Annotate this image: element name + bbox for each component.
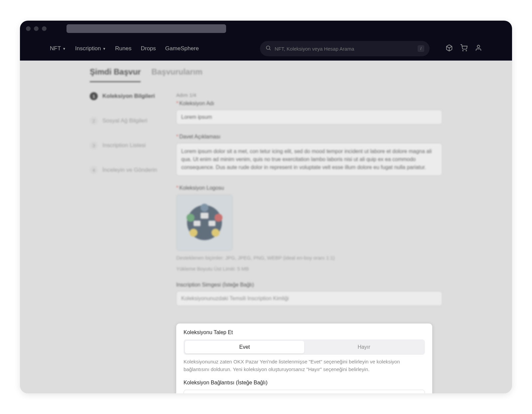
- window-titlebar: [20, 21, 512, 37]
- svg-point-10: [190, 229, 198, 237]
- window-dot: [42, 26, 47, 31]
- collection-logo-label: Koleksiyon Logosu: [179, 185, 224, 191]
- search-kbd-hint: /: [418, 45, 424, 52]
- page-tabs: Şimdi Başvur Başvurularım: [90, 64, 442, 82]
- svg-point-4: [466, 50, 466, 51]
- svg-point-11: [187, 214, 195, 222]
- cube-icon[interactable]: [446, 44, 453, 53]
- search-bar[interactable]: /: [260, 41, 430, 56]
- logo-help-formats: Desteklenen biçimler: JPG, JPEG, PNG, WE…: [176, 254, 442, 262]
- step-2[interactable]: 2Sosyal Ağ Bilgileri: [90, 117, 166, 125]
- svg-point-0: [266, 46, 270, 50]
- collection-link-label: Koleksiyon Bağlantısı (İsteğe Bağlı): [184, 380, 425, 386]
- window-dot: [26, 26, 31, 31]
- svg-point-9: [211, 229, 219, 237]
- svg-line-1: [269, 49, 270, 50]
- nav-drops[interactable]: Drops: [141, 45, 156, 52]
- step-list: 1Koleksiyon Bilgileri 2Sosyal Ağ Bilgile…: [90, 92, 166, 315]
- claim-yes-button[interactable]: Evet: [185, 341, 304, 353]
- svg-point-5: [477, 45, 479, 47]
- svg-rect-13: [208, 221, 215, 226]
- svg-point-8: [214, 214, 222, 222]
- top-nav: NFT▼ Inscription▼ Runes Drops GameSphere…: [20, 37, 512, 61]
- collection-link-input[interactable]: [184, 390, 425, 393]
- collection-name-input[interactable]: Lorem ipsum: [176, 110, 442, 124]
- claim-toggle: Evet Hayır: [184, 339, 425, 355]
- step-indicator: Adım 1/4: [176, 92, 442, 98]
- svg-point-7: [200, 204, 208, 212]
- url-bar[interactable]: [66, 24, 226, 33]
- browser-window: NFT▼ Inscription▼ Runes Drops GameSphere…: [20, 21, 512, 393]
- search-icon: [265, 45, 271, 53]
- cart-icon[interactable]: [460, 44, 467, 53]
- nav-runes[interactable]: Runes: [115, 45, 131, 52]
- invite-desc-label: Davet Açıklaması: [179, 134, 220, 139]
- claim-no-button[interactable]: Hayır: [304, 341, 424, 353]
- step-3[interactable]: 3Inscription Listesi: [90, 141, 166, 149]
- inscription-icon-input[interactable]: [176, 291, 442, 306]
- claim-title: Koleksiyonu Talep Et: [184, 329, 425, 335]
- search-input[interactable]: [275, 46, 414, 52]
- user-icon[interactable]: [475, 44, 482, 53]
- logo-upload[interactable]: [176, 194, 233, 251]
- claim-collection-panel: Koleksiyonu Talep Et Evet Hayır Koleksiy…: [176, 323, 432, 393]
- window-dot: [34, 26, 39, 31]
- svg-rect-14: [194, 221, 200, 226]
- nav-gamesphere[interactable]: GameSphere: [165, 45, 199, 52]
- nav-inscription[interactable]: Inscription▼: [75, 45, 106, 52]
- svg-point-6: [187, 205, 222, 240]
- form-area: Adım 1/4 *Koleksiyon Adı Lorem ipsum *Da…: [176, 92, 442, 315]
- inscription-icon-label: Inscription Simgesi (İsteğe Bağlı): [176, 282, 442, 288]
- logo-preview-image: [180, 198, 229, 248]
- invite-desc-input[interactable]: Lorem ipsum dolor sit a met, con tetur i…: [176, 143, 442, 176]
- step-4[interactable]: 4İnceleyin ve Gönderin: [90, 166, 166, 174]
- logo-help-size: Yükleme Boyutu Üst Limiti: 5 MB: [176, 265, 442, 273]
- step-1[interactable]: 1Koleksiyon Bilgileri: [90, 92, 166, 100]
- svg-point-3: [463, 50, 463, 51]
- collection-name-label: Koleksiyon Adı: [179, 101, 214, 106]
- chevron-down-icon: ▼: [102, 47, 106, 51]
- claim-note: Koleksiyonunuz zaten OKX Pazar Yeri'nde …: [184, 358, 425, 373]
- nav-nft[interactable]: NFT▼: [50, 45, 66, 52]
- chevron-down-icon: ▼: [63, 47, 66, 51]
- tab-my-applications[interactable]: Başvurularım: [151, 67, 202, 82]
- svg-rect-12: [200, 213, 208, 219]
- tab-apply-now[interactable]: Şimdi Başvur: [90, 67, 141, 82]
